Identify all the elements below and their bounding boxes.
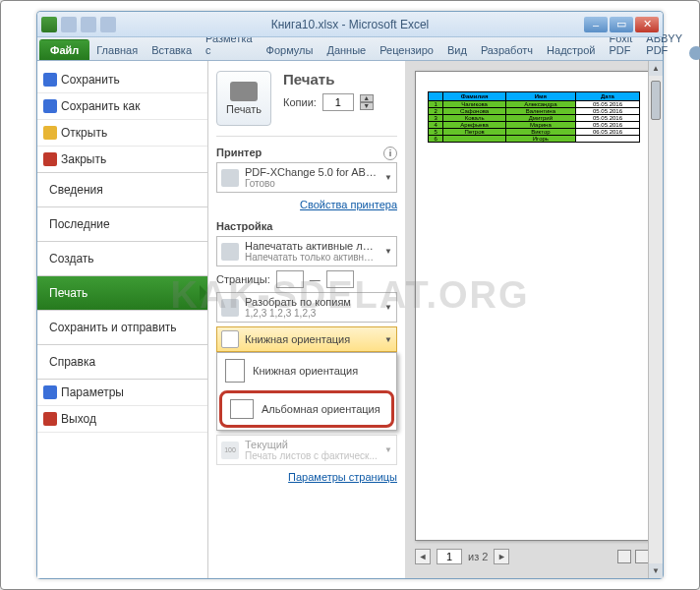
printer-device-icon bbox=[221, 169, 239, 187]
preview-table: ФамилияИмяДата 1ЧаликоваАлександра05.05.… bbox=[428, 91, 640, 143]
preview-scrollbar[interactable]: ▲ ▼ bbox=[648, 61, 663, 578]
copies-input[interactable] bbox=[322, 93, 354, 111]
orientation-portrait-item[interactable]: Книжная ориентация bbox=[217, 353, 396, 388]
saveas-icon bbox=[43, 99, 57, 113]
print-preview: ФамилияИмяДата 1ЧаликоваАлександра05.05.… bbox=[405, 61, 663, 578]
close-button[interactable]: ✕ bbox=[635, 17, 659, 32]
qat-undo-icon[interactable] bbox=[81, 17, 96, 32]
sidebar-exit[interactable]: Выход bbox=[37, 406, 207, 433]
page-setup-link[interactable]: Параметры страницы bbox=[288, 471, 397, 483]
scroll-down-icon[interactable]: ▼ bbox=[649, 563, 663, 578]
qat-redo-icon[interactable] bbox=[100, 17, 116, 32]
close-icon bbox=[43, 152, 57, 166]
maximize-button[interactable]: ▭ bbox=[610, 17, 633, 32]
page-number-input[interactable] bbox=[437, 549, 462, 564]
chevron-down-icon: ▼ bbox=[384, 173, 392, 182]
copies-spinner[interactable]: ▲▼ bbox=[360, 94, 374, 110]
sidebar-info[interactable]: Сведения bbox=[37, 173, 207, 207]
collate-icon bbox=[221, 299, 239, 317]
chevron-down-icon: ▼ bbox=[384, 247, 392, 256]
sidebar-help[interactable]: Справка bbox=[37, 345, 207, 380]
sidebar-print[interactable]: Печать bbox=[37, 276, 207, 311]
orientation-landscape-item[interactable]: Альбомная ориентация bbox=[219, 390, 394, 428]
orientation-dropdown: Книжная ориентация Альбомная ориентация bbox=[216, 352, 397, 431]
sidebar-saveshare[interactable]: Сохранить и отправить bbox=[37, 311, 207, 345]
scroll-up-icon[interactable]: ▲ bbox=[649, 61, 663, 76]
tab-view[interactable]: Вид bbox=[440, 39, 474, 60]
orientation-select[interactable]: Книжная ориентация ▼ bbox=[216, 326, 397, 352]
chevron-down-icon: ▼ bbox=[384, 303, 392, 312]
sidebar-new[interactable]: Создать bbox=[37, 242, 207, 276]
printer-properties-link[interactable]: Свойства принтера bbox=[300, 199, 397, 210]
settings-header: Настройка bbox=[216, 220, 397, 232]
portrait-icon bbox=[221, 330, 239, 348]
page-100-icon: 100 bbox=[221, 442, 239, 459]
save-icon bbox=[43, 73, 57, 87]
tab-insert[interactable]: Вставка bbox=[145, 39, 199, 60]
exit-icon bbox=[43, 412, 57, 426]
sidebar-saveas[interactable]: Сохранить как bbox=[37, 93, 207, 120]
print-what-select[interactable]: Напечатать активные листыНапечатать толь… bbox=[216, 236, 397, 266]
printer-icon bbox=[230, 82, 258, 101]
scroll-thumb[interactable] bbox=[651, 81, 661, 120]
excel-icon bbox=[41, 17, 57, 32]
tab-formulas[interactable]: Формулы bbox=[260, 39, 321, 60]
page-next-button[interactable]: ► bbox=[494, 549, 509, 564]
minimize-button[interactable]: – bbox=[584, 17, 608, 32]
backstage-sidebar: Сохранить Сохранить как Открыть Закрыть … bbox=[37, 61, 208, 578]
printer-select[interactable]: PDF-XChange 5.0 for ABBYY Готово ▼ bbox=[216, 162, 397, 193]
printer-header: Принтер bbox=[216, 147, 262, 158]
collate-select[interactable]: Разобрать по копиям1,2,3 1,2,3 1,2,3 ▼ bbox=[216, 292, 397, 323]
tab-home[interactable]: Главная bbox=[89, 39, 145, 60]
options-icon bbox=[43, 385, 57, 399]
sidebar-recent[interactable]: Последние bbox=[37, 207, 207, 242]
qat-save-icon[interactable] bbox=[61, 17, 77, 32]
pages-label: Страницы: bbox=[216, 273, 270, 285]
zoom-page-icon[interactable] bbox=[617, 550, 631, 563]
sheets-icon bbox=[221, 243, 239, 261]
open-icon bbox=[43, 126, 57, 140]
pages-from-input[interactable] bbox=[276, 270, 304, 288]
sidebar-save[interactable]: Сохранить bbox=[37, 67, 207, 93]
ribbon-minimize-icon[interactable] bbox=[689, 46, 700, 60]
portrait-page-icon bbox=[225, 359, 245, 383]
pages-to-input[interactable] bbox=[326, 270, 354, 288]
chevron-down-icon: ▼ bbox=[384, 445, 392, 454]
landscape-page-icon bbox=[230, 399, 254, 419]
sidebar-options[interactable]: Параметры bbox=[37, 380, 207, 406]
tab-developer[interactable]: Разработч bbox=[474, 39, 540, 60]
scaling-select[interactable]: 100 ТекущийПечать листов с фактическ... … bbox=[216, 435, 397, 465]
preview-page: ФамилияИмяДата 1ЧаликоваАлександра05.05.… bbox=[415, 71, 653, 541]
zoom-fit-icon[interactable] bbox=[635, 550, 649, 563]
tab-addins[interactable]: Надстрой bbox=[540, 39, 602, 60]
printer-info-icon[interactable]: i bbox=[383, 147, 397, 160]
sidebar-close[interactable]: Закрыть bbox=[37, 147, 207, 173]
page-count-label: из 2 bbox=[468, 551, 488, 562]
sidebar-open[interactable]: Открыть bbox=[37, 120, 207, 147]
chevron-down-icon: ▼ bbox=[384, 335, 392, 344]
window-title: Книга10.xlsx - Microsoft Excel bbox=[37, 18, 663, 31]
page-prev-button[interactable]: ◄ bbox=[415, 549, 431, 564]
print-button[interactable]: Печать bbox=[216, 71, 271, 126]
print-header: Печать bbox=[283, 71, 374, 88]
copies-label: Копии: bbox=[283, 96, 317, 108]
tab-file[interactable]: Файл bbox=[39, 39, 89, 60]
tab-data[interactable]: Данные bbox=[320, 39, 373, 60]
tab-review[interactable]: Рецензиро bbox=[373, 39, 440, 60]
